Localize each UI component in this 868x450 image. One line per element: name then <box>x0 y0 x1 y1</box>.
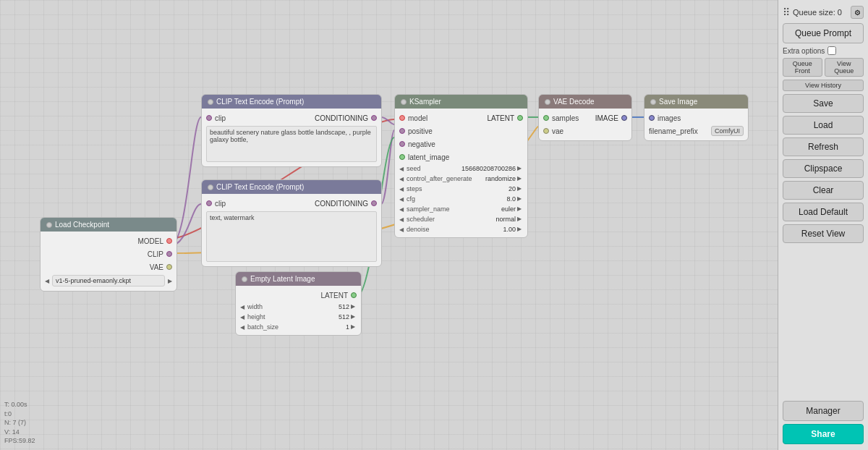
image-output-label: IMAGE <box>595 114 618 122</box>
ksampler-neg-port <box>399 141 405 147</box>
denoise-arrow-right[interactable]: ▶ <box>517 226 524 233</box>
scheduler-value: normal <box>487 216 516 223</box>
sampler-arrow-left[interactable]: ◀ <box>398 205 405 213</box>
conditioning2-output-label: CONDITIONING <box>315 200 368 208</box>
node-empty-latent: Empty Latent Image LATENT ◀ width 512 ▶ … <box>235 271 362 336</box>
batch-arrow-left[interactable]: ◀ <box>239 323 246 331</box>
sampler-value: euler <box>487 205 516 213</box>
right-panel: ⠿ Queue size: 0 ⚙ Queue Prompt Extra opt… <box>778 0 868 450</box>
cfg-arrow-right[interactable]: ▶ <box>517 195 524 203</box>
steps-arrow-left[interactable]: ◀ <box>398 185 405 192</box>
node-title-text: Empty Latent Image <box>250 275 315 283</box>
control-value: randomize <box>485 175 516 182</box>
width-arrow-left[interactable]: ◀ <box>239 303 246 310</box>
manager-button[interactable]: Manager <box>783 401 864 421</box>
load-button[interactable]: Load <box>783 116 864 135</box>
clipspace-button[interactable]: Clipspace <box>783 159 864 178</box>
ksampler-pos-label: positive <box>408 127 523 135</box>
batch-arrow-right[interactable]: ▶ <box>351 323 358 331</box>
queue-size-label: Queue size: 0 <box>793 8 848 17</box>
clip2-input-port <box>206 200 212 206</box>
canvas-area[interactable]: Load Checkpoint MODEL CLIP VAE ◀ v1-5-pr… <box>0 0 778 450</box>
samples-label: samples <box>552 114 595 122</box>
cfg-value: 8.0 <box>487 195 516 203</box>
vae-input-label: vae <box>552 127 627 135</box>
queue-front-button[interactable]: Queue Front <box>783 58 822 77</box>
stats-display: T: 0.00s t:0 N: 7 (7) V: 14 FPS:59.82 <box>4 400 35 446</box>
scheduler-arrow-left[interactable]: ◀ <box>398 216 405 223</box>
ksampler-model-label: model <box>408 114 487 122</box>
spacer <box>783 246 864 398</box>
width-label: width <box>247 303 319 310</box>
denoise-label: denoise <box>407 226 485 233</box>
node-clip-text-1: CLIP Text Encode (Prompt) clip CONDITION… <box>201 94 382 167</box>
node-title-text: CLIP Text Encode (Prompt) <box>216 183 304 191</box>
clip-text-1-content[interactable]: beautiful scenery nature glass bottle la… <box>206 126 377 162</box>
steps-value: 20 <box>487 185 516 192</box>
ksampler-pos-port <box>399 128 405 134</box>
latent-output-port <box>351 292 357 298</box>
seed-label: seed <box>407 165 460 172</box>
node-title-text: CLIP Text Encode (Prompt) <box>216 98 304 106</box>
filename-prefix-value: ComfyUI <box>711 126 744 136</box>
model-output-label: MODEL <box>45 237 163 245</box>
ckpt-arrow-right[interactable]: ▶ <box>166 277 174 284</box>
load-default-button[interactable]: Load Default <box>783 203 864 221</box>
node-clip-text-2: CLIP Text Encode (Prompt) clip CONDITION… <box>201 179 382 267</box>
view-queue-button[interactable]: View Queue <box>825 58 864 77</box>
scheduler-arrow-right[interactable]: ▶ <box>517 216 524 223</box>
share-button[interactable]: Share <box>783 424 864 444</box>
height-arrow-right[interactable]: ▶ <box>351 313 358 320</box>
node-title-text: Save Image <box>659 98 697 106</box>
node-status-dot <box>208 184 213 190</box>
height-arrow-left[interactable]: ◀ <box>239 313 246 320</box>
clip-input-port <box>206 115 212 121</box>
node-title-text: KSampler <box>409 98 441 106</box>
images-input-port <box>649 115 655 121</box>
ckpt-arrow-left[interactable]: ◀ <box>43 277 51 284</box>
steps-label: steps <box>407 185 485 192</box>
conditioning-output-port <box>371 115 377 121</box>
batch-label: batch_size <box>247 323 319 331</box>
clip-input-label: clip <box>215 114 315 122</box>
view-history-button[interactable]: View History <box>783 80 864 91</box>
refresh-button[interactable]: Refresh <box>783 137 864 156</box>
ckpt-value: v1-5-pruned-emaonly.ckpt <box>52 275 165 286</box>
cfg-label: cfg <box>407 195 485 203</box>
seed-arrow-right[interactable]: ▶ <box>517 165 524 172</box>
node-vae-decode: VAE Decode samples IMAGE vae <box>538 94 632 141</box>
reset-view-button[interactable]: Reset View <box>783 224 864 243</box>
control-arrow-left[interactable]: ◀ <box>398 175 405 182</box>
clip-text-2-content[interactable]: text, watermark <box>206 211 377 262</box>
stats-fps: FPS:59.82 <box>4 436 35 446</box>
clip-output-port <box>166 251 172 257</box>
node-title-text: Load Checkpoint <box>55 221 109 229</box>
gear-icon: ⚙ <box>854 9 861 17</box>
ksampler-latent-input-label: latent_image <box>408 153 523 161</box>
node-status-dot <box>242 276 247 282</box>
seed-arrow-left[interactable]: ◀ <box>398 165 405 172</box>
ksampler-latent-port <box>517 115 523 121</box>
node-status-dot <box>650 99 656 105</box>
width-arrow-right[interactable]: ▶ <box>351 303 358 310</box>
node-status-dot <box>545 99 550 105</box>
sampler-arrow-right[interactable]: ▶ <box>517 205 524 213</box>
extra-options-checkbox[interactable] <box>827 46 836 55</box>
queue-settings-button[interactable]: ⚙ <box>851 6 864 19</box>
steps-arrow-right[interactable]: ▶ <box>517 185 524 192</box>
scheduler-label: scheduler <box>407 216 485 223</box>
latent-output-label: LATENT <box>240 292 348 300</box>
seed-value: 156680208700286 <box>461 165 516 172</box>
cfg-arrow-left[interactable]: ◀ <box>398 195 405 203</box>
clear-button[interactable]: Clear <box>783 181 864 200</box>
control-label: control_after_generate <box>407 175 484 182</box>
samples-port <box>543 115 549 121</box>
control-arrow-right[interactable]: ▶ <box>517 175 524 182</box>
stats-line3: V: 14 <box>4 428 35 437</box>
conditioning-output-label: CONDITIONING <box>315 114 368 122</box>
ksampler-latent-label: LATENT <box>487 114 514 122</box>
save-button[interactable]: Save <box>783 94 864 113</box>
queue-prompt-button[interactable]: Queue Prompt <box>783 23 864 43</box>
denoise-arrow-left[interactable]: ◀ <box>398 226 405 233</box>
ksampler-neg-label: negative <box>408 140 523 148</box>
